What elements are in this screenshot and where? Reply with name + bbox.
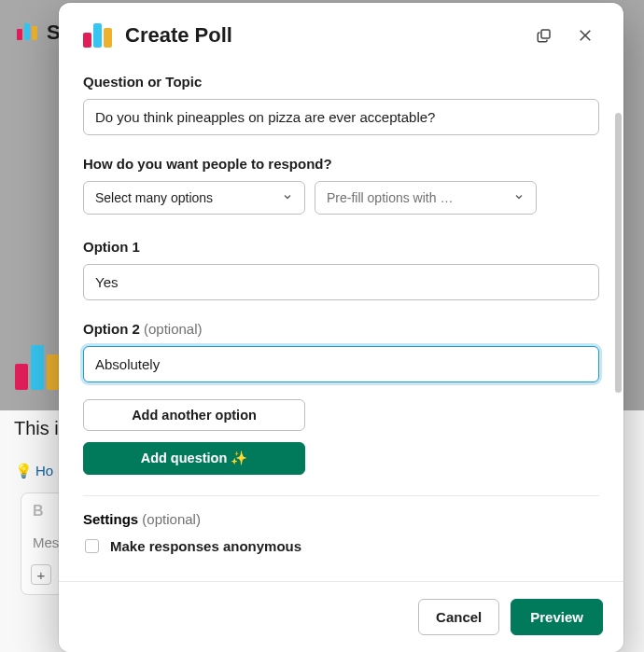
prefill-placeholder: Pre-fill options with … [327, 190, 453, 205]
optional-tag: (optional) [142, 511, 201, 527]
option-2-label: Option 2 (optional) [83, 321, 599, 337]
response-type-value: Select many options [95, 190, 213, 205]
add-question-button[interactable]: Add question ✨ [83, 442, 305, 475]
svg-rect-0 [541, 30, 550, 38]
simple-poll-logo-small [17, 23, 37, 40]
create-poll-modal: Create Poll Question or Topic How do you… [59, 3, 623, 652]
optional-tag: (optional) [144, 321, 203, 337]
question-label: Question or Topic [83, 74, 599, 90]
section-divider [83, 495, 599, 496]
anonymous-setting-row[interactable]: Make responses anonymous [85, 538, 599, 554]
composer-attach-button[interactable]: + [31, 564, 51, 585]
scrollbar-thumb[interactable] [615, 113, 622, 393]
new-window-button[interactable] [530, 21, 558, 49]
modal-footer: Cancel Preview [59, 581, 623, 652]
preview-button[interactable]: Preview [511, 599, 603, 635]
close-button[interactable] [571, 21, 599, 49]
response-type-select[interactable]: Select many options [83, 181, 305, 215]
cancel-button[interactable]: Cancel [418, 599, 499, 635]
modal-body: Question or Topic How do you want people… [59, 62, 623, 581]
close-icon [577, 27, 594, 44]
add-another-option-button[interactable]: Add another option [83, 399, 305, 431]
chevron-down-icon [282, 190, 293, 205]
prefill-select[interactable]: Pre-fill options with … [315, 181, 537, 215]
option-2-input[interactable] [83, 346, 599, 382]
simple-poll-logo-icon [83, 23, 112, 48]
modal-title: Create Poll [125, 23, 517, 48]
question-input[interactable] [83, 99, 599, 135]
app-avatar-chart [15, 345, 60, 390]
modal-header: Create Poll [59, 3, 623, 62]
add-question-label: Add question ✨ [141, 451, 248, 466]
option-1-label: Option 1 [83, 239, 599, 255]
chevron-down-icon [513, 190, 525, 205]
anonymous-label: Make responses anonymous [110, 538, 301, 554]
new-window-icon [536, 27, 553, 44]
lightbulb-icon: 💡 [15, 463, 33, 479]
anonymous-checkbox[interactable] [85, 539, 99, 553]
option-1-input[interactable] [83, 264, 599, 300]
bold-format-button[interactable]: B [33, 503, 44, 520]
settings-label-text: Settings [83, 511, 138, 527]
settings-heading: Settings (optional) [83, 511, 599, 527]
respond-label: How do you want people to respond? [83, 156, 599, 172]
option-2-label-text: Option 2 [83, 321, 140, 337]
hint-link-fragment: Ho [35, 463, 53, 479]
